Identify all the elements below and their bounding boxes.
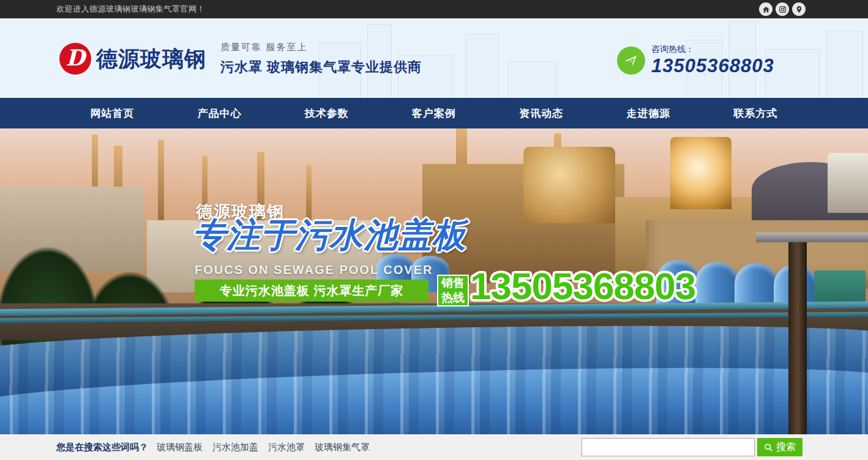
- hero-hotline-number: 13505368803: [470, 264, 695, 308]
- welcome-text: 欢迎进入德源玻璃钢玻璃钢集气罩官网！: [56, 4, 205, 15]
- site-header: D 德源玻璃钢 质量可靠 服务至上 污水罩 玻璃钢集气罩专业提供商 咨询热线： …: [0, 18, 868, 98]
- logo[interactable]: D 德源玻璃钢: [59, 43, 206, 75]
- search-button-label: 搜索: [776, 441, 796, 454]
- hotline-number: 13505368803: [651, 55, 774, 77]
- location-icon[interactable]: [792, 2, 806, 16]
- header-slogans: 质量可靠 服务至上 污水罩 玻璃钢集气罩专业提供商: [220, 42, 422, 76]
- paper-plane-icon: [617, 46, 645, 75]
- search-input[interactable]: [582, 438, 755, 456]
- hotline-text: 咨询热线： 13505368803: [651, 44, 774, 77]
- logo-text: 德源玻璃钢: [96, 45, 206, 73]
- nav-item-contact[interactable]: 联系方式: [702, 98, 809, 128]
- hero-banner: 德源玻璃钢 专注于污水池盖板 FOUCS ON SEWAGE POOL COVE…: [0, 128, 868, 434]
- hero-headline-prefix: 专注于: [192, 216, 295, 254]
- search-area: 搜索: [582, 438, 803, 456]
- search-prompt: 您是在搜索这些词吗？: [56, 442, 148, 453]
- hot-keywords: 玻璃钢盖板 污水池加盖 污水池罩 玻璃钢集气罩: [157, 442, 370, 453]
- hero-tank-white: [828, 153, 868, 213]
- logo-mark: D: [59, 43, 91, 75]
- keyword-link[interactable]: 污水池加盖: [212, 442, 258, 453]
- topbar-social-icons: [759, 2, 806, 16]
- skyline-building: [508, 61, 557, 98]
- nav-item-specs[interactable]: 技术参数: [273, 98, 380, 128]
- hero-headline-main: 污水池盖板: [295, 216, 466, 254]
- logo-letter: D: [65, 45, 84, 70]
- hero-hotline-badge: 销售 热线: [437, 275, 469, 306]
- slogan-line1: 质量可靠 服务至上: [220, 42, 422, 53]
- keyword-link[interactable]: 玻璃钢集气罩: [315, 442, 370, 453]
- nav-item-news[interactable]: 资讯动态: [488, 98, 595, 128]
- nav-item-home[interactable]: 网站首页: [59, 98, 166, 128]
- nav-item-products[interactable]: 产品中心: [166, 98, 273, 128]
- hero-hotline-label-1: 销售: [441, 276, 465, 291]
- slogan-line2: 污水罩 玻璃钢集气罩专业提供商: [220, 58, 422, 76]
- hero-pole: [788, 236, 807, 434]
- hotline-label: 咨询热线：: [651, 44, 774, 55]
- keyword-link[interactable]: 污水池罩: [268, 442, 305, 453]
- hero-tagline-badge: 专业污水池盖板 污水罩生产厂家: [195, 280, 428, 302]
- magnifier-icon: [764, 443, 773, 452]
- search-button[interactable]: 搜索: [757, 438, 803, 456]
- hero-headline: 专注于污水池盖板: [192, 213, 466, 258]
- hero-subheadline: FOUCS ON SEWAGE POOL COVER: [195, 263, 433, 277]
- skyline-building: [826, 31, 863, 98]
- hero-pipe-top: [756, 232, 868, 242]
- nav-item-cases[interactable]: 客户案例: [380, 98, 487, 128]
- hero-tank-bright: [670, 137, 731, 209]
- hero-hotline-label-2: 热线: [441, 291, 465, 305]
- topbar: 欢迎进入德源玻璃钢玻璃钢集气罩官网！: [0, 0, 868, 18]
- nav-item-about[interactable]: 走进德源: [595, 98, 702, 128]
- header-hotline: 咨询热线： 13505368803: [617, 44, 774, 77]
- main-nav: 网站首页 产品中心 技术参数 客户案例 资讯动态 走进德源 联系方式: [0, 98, 868, 128]
- keyword-link[interactable]: 玻璃钢盖板: [157, 442, 203, 453]
- hero-tank-gold: [523, 147, 615, 223]
- home-icon[interactable]: [759, 2, 773, 16]
- skyline-building: [465, 34, 499, 98]
- search-strip: 您是在搜索这些词吗？ 玻璃钢盖板 污水池加盖 污水池罩 玻璃钢集气罩 搜索: [0, 434, 868, 460]
- instagram-icon[interactable]: [776, 2, 789, 16]
